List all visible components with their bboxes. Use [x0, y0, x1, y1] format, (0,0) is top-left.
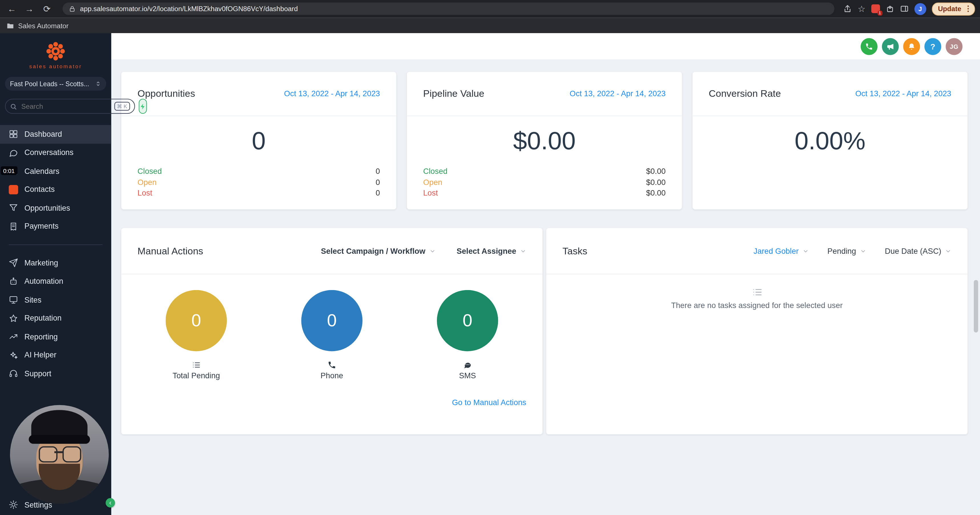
card-title: Pipeline Value: [423, 88, 485, 99]
announcements-button[interactable]: [882, 38, 899, 54]
user-photo-avatar[interactable]: [10, 405, 109, 504]
kebab-menu-icon[interactable]: ⋮: [964, 4, 972, 13]
sidebar-item-label: Reporting: [24, 332, 58, 341]
avatar-glasses-bridge: [54, 451, 64, 453]
tasks-status-select[interactable]: Pending: [827, 247, 866, 255]
tasks-assignee-select[interactable]: Jared Gobler: [753, 247, 808, 255]
bookmark-sales-automator[interactable]: Sales Automator: [6, 22, 68, 30]
campaign-workflow-select[interactable]: Select Campaign / Workflow: [321, 247, 435, 255]
sidebar-item-ai-helper[interactable]: AI Helper: [0, 346, 111, 365]
conversion-rate-card: Conversion Rate Oct 13, 2022 - Apr 14, 2…: [693, 72, 968, 209]
browser-profile-avatar[interactable]: J: [914, 3, 926, 15]
tasks-empty-message: There are no tasks assigned for the sele…: [546, 301, 967, 310]
tasks-sort-select[interactable]: Due Date (ASC): [885, 247, 951, 255]
opportunities-card: Opportunities Oct 13, 2022 - Apr 14, 202…: [121, 72, 396, 209]
sites-icon: [9, 295, 18, 305]
sidebar-item-conversations[interactable]: Conversations: [0, 143, 111, 162]
sidebar-item-label: Contacts: [24, 185, 54, 194]
sidebar-item-sites[interactable]: Sites: [0, 291, 111, 309]
sidebar-item-label: Marketing: [24, 259, 58, 268]
search-box[interactable]: ⌘ K: [5, 99, 135, 114]
sidebar-item-calendars[interactable]: 0:01 Calendars: [0, 162, 111, 180]
sidebar-item-label: AI Helper: [24, 351, 56, 360]
chevron-down-icon: [860, 248, 866, 254]
brand-logo-icon: [45, 40, 66, 62]
location-selector-value: Fast Pool Leads -- Scotts...: [10, 80, 92, 88]
reputation-icon: [9, 314, 18, 323]
update-button[interactable]: Update ⋮: [932, 2, 975, 15]
reporting-icon: [9, 332, 18, 341]
bookmark-label: Sales Automator: [18, 22, 69, 29]
back-icon[interactable]: ←: [5, 0, 19, 18]
address-bar[interactable]: app.salesautomator.io/v2/location/LkMlBZ…: [62, 3, 834, 15]
sms-count: 0: [437, 290, 498, 351]
stat-row-lost: Lost0: [138, 188, 380, 199]
counter-label: Total Pending: [165, 371, 227, 380]
chevron-up-down-icon: [95, 80, 101, 88]
top-header: ? JG: [111, 33, 980, 59]
reload-icon[interactable]: ⟳: [40, 0, 54, 18]
sidebar-item-dashboard[interactable]: Dashboard: [0, 125, 111, 143]
manual-actions-phone: 0 Phone: [301, 290, 363, 380]
card-title: Manual Actions: [138, 245, 300, 257]
sidebar-item-marketing[interactable]: Marketing: [0, 254, 111, 273]
sidebar-item-contacts[interactable]: Contacts: [0, 180, 111, 199]
sidebar-divider: [9, 244, 103, 245]
payments-icon: [9, 222, 18, 231]
update-label: Update: [938, 5, 961, 13]
date-range-link[interactable]: Oct 13, 2022 - Apr 14, 2023: [284, 89, 380, 98]
sidebar-item-label: Automation: [24, 277, 63, 286]
sidebar-item-label: Payments: [24, 222, 59, 231]
sidebar-item-opportunities[interactable]: Opportunities: [0, 199, 111, 217]
sidebar: sales automator Fast Pool Leads -- Scott…: [0, 33, 111, 515]
stat-row-open: Open0: [138, 177, 380, 188]
assignee-select[interactable]: Select Assignee: [457, 247, 526, 255]
search-input[interactable]: [20, 102, 111, 111]
stat-row-lost: Lost$0.00: [423, 188, 666, 199]
side-panel-icon[interactable]: [900, 4, 908, 13]
chevron-down-icon: [945, 248, 951, 254]
sidebar-item-payments[interactable]: Payments: [0, 217, 111, 236]
sidebar-collapse-button[interactable]: ‹: [106, 498, 115, 508]
counter-label: SMS: [437, 371, 498, 380]
avatar-glasses-right: [62, 446, 81, 462]
support-icon: [9, 369, 18, 378]
sidebar-nav-secondary: Marketing Automation Sites Reputation Re…: [0, 254, 111, 383]
extension-icon[interactable]: 1: [871, 4, 880, 13]
stat-row-closed: Closed$0.00: [423, 166, 666, 177]
quick-actions-button[interactable]: [138, 99, 146, 114]
pipeline-total: $0.00: [407, 116, 682, 165]
marketing-icon: [9, 258, 18, 268]
phone-button[interactable]: [861, 38, 878, 54]
user-avatar[interactable]: JG: [946, 38, 963, 54]
sidebar-item-reputation[interactable]: Reputation: [0, 309, 111, 328]
stat-row-closed: Closed0: [138, 166, 380, 177]
card-title: Conversion Rate: [709, 88, 781, 99]
opportunities-icon: [9, 203, 18, 213]
bolt-icon: [139, 103, 146, 110]
date-range-link[interactable]: Oct 13, 2022 - Apr 14, 2023: [855, 89, 951, 98]
sidebar-item-reporting[interactable]: Reporting: [0, 327, 111, 346]
chevron-down-icon: [802, 248, 809, 254]
scrollbar-thumb[interactable]: [974, 280, 978, 333]
location-selector[interactable]: Fast Pool Leads -- Scotts...: [5, 77, 107, 91]
share-icon[interactable]: [843, 4, 852, 13]
sidebar-item-automation[interactable]: Automation: [0, 272, 111, 291]
extensions-puzzle-icon[interactable]: [886, 4, 894, 13]
sidebar-nav-primary: Dashboard Conversations 0:01 Calendars C…: [0, 125, 111, 236]
help-button[interactable]: ?: [924, 38, 941, 54]
dashboard-icon: [9, 129, 18, 139]
sidebar-item-label: Dashboard: [24, 130, 62, 139]
phone-icon: [328, 360, 336, 369]
forward-icon[interactable]: →: [22, 0, 36, 18]
date-range-link[interactable]: Oct 13, 2022 - Apr 14, 2023: [570, 89, 665, 98]
sidebar-item-label: Conversations: [24, 148, 73, 157]
extension-badge: 1: [877, 11, 882, 16]
lock-icon: [69, 5, 76, 12]
sidebar-item-support[interactable]: Support: [0, 364, 111, 383]
main-area: ? JG Opportunities Oct 13, 2022 - Apr 14…: [111, 33, 980, 515]
bookmark-star-icon[interactable]: ☆: [858, 0, 865, 18]
sms-icon: [463, 360, 472, 369]
go-to-manual-actions-link[interactable]: Go to Manual Actions: [452, 398, 526, 407]
notifications-button[interactable]: [903, 38, 920, 54]
